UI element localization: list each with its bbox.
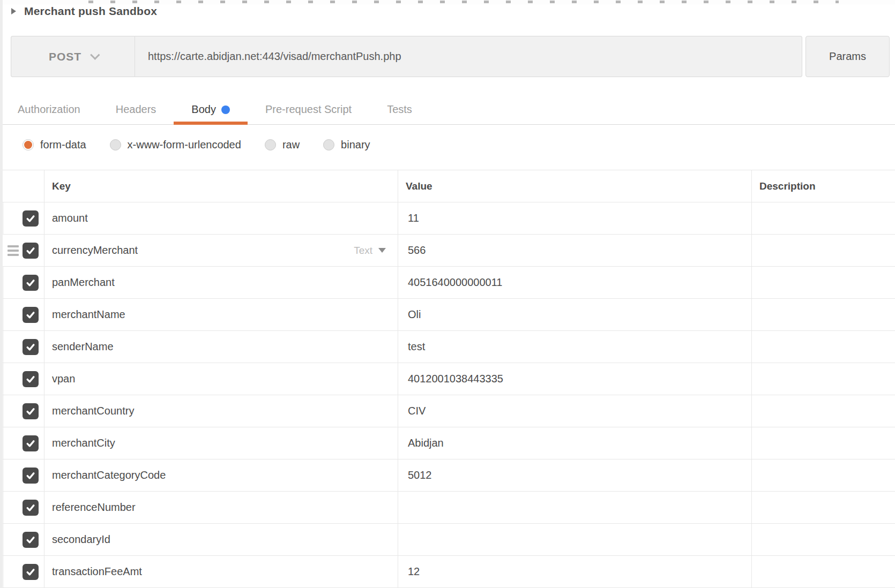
radio-binary[interactable]: binary (323, 139, 370, 151)
value-text: Abidjan (408, 437, 444, 449)
tab-pre-request-script[interactable]: Pre-request Script (248, 95, 369, 124)
description-cell[interactable] (751, 363, 895, 395)
value-cell[interactable]: 5012 (398, 459, 751, 491)
key-cell[interactable]: secondaryId (44, 524, 398, 555)
row-checkbox[interactable] (23, 435, 39, 451)
check-icon (25, 438, 36, 449)
table-row: merchantCountry CIV (0, 395, 895, 427)
clipped-tab-text (88, 1, 839, 3)
key-text: currencyMerchant (52, 244, 138, 257)
params-button[interactable]: Params (805, 36, 890, 77)
value-text: 566 (408, 244, 426, 257)
description-cell[interactable] (751, 427, 895, 459)
row-checkbox[interactable] (23, 243, 39, 259)
key-cell[interactable]: referenceNumber (44, 492, 398, 523)
url-input[interactable]: https://carte.abidjan.net:443/visad/merc… (135, 36, 802, 77)
radio-icon (265, 139, 276, 150)
value-text: test (408, 341, 425, 353)
value-cell[interactable]: test (398, 331, 751, 363)
description-cell[interactable] (751, 492, 895, 523)
description-cell[interactable] (751, 331, 895, 363)
value-cell[interactable]: 566 (398, 235, 751, 266)
value-cell[interactable] (398, 492, 751, 523)
value-text: CIV (408, 405, 426, 417)
key-text: amount (52, 212, 88, 224)
description-cell[interactable] (751, 235, 895, 266)
value-text: 5012 (408, 469, 432, 481)
value-text: Oli (408, 308, 421, 321)
radio-icon (323, 139, 334, 150)
row-checkbox[interactable] (23, 564, 39, 580)
value-cell[interactable] (398, 524, 751, 555)
radio-icon (110, 139, 121, 150)
description-cell[interactable] (751, 202, 895, 234)
drag-handle-icon[interactable] (8, 245, 19, 256)
row-select-cell (0, 556, 44, 587)
description-cell[interactable] (751, 299, 895, 330)
check-icon (25, 502, 36, 513)
column-header-description: Description (751, 170, 895, 202)
value-text: 4012001038443335 (408, 373, 503, 385)
table-header: Key Value Description (0, 170, 895, 202)
row-checkbox[interactable] (23, 403, 39, 419)
description-cell[interactable] (751, 459, 895, 491)
row-checkbox[interactable] (23, 307, 39, 323)
row-checkbox[interactable] (23, 371, 39, 387)
row-select-cell (0, 363, 44, 395)
row-checkbox[interactable] (23, 468, 39, 484)
check-icon (25, 277, 36, 288)
row-checkbox[interactable] (23, 275, 39, 291)
value-cell[interactable]: 4051640000000011 (398, 267, 751, 298)
key-cell[interactable]: merchantName (44, 299, 398, 330)
radio-raw[interactable]: raw (265, 139, 300, 151)
check-icon (25, 406, 36, 417)
check-icon (25, 213, 36, 224)
method-select[interactable]: POST (11, 36, 135, 77)
table-row: merchantName Oli (0, 299, 895, 331)
page-left-edge (0, 0, 3, 588)
value-cell[interactable]: Abidjan (398, 427, 751, 459)
key-cell[interactable]: amount (44, 202, 398, 234)
description-cell[interactable] (751, 524, 895, 555)
key-cell[interactable]: senderName (44, 331, 398, 363)
key-text: merchantCity (52, 437, 115, 449)
value-cell[interactable]: 12 (398, 556, 751, 587)
row-select-cell (0, 331, 44, 363)
radio-form-data[interactable]: form-data (23, 139, 86, 151)
row-checkbox[interactable] (23, 532, 39, 548)
description-cell[interactable] (751, 267, 895, 298)
tab-headers[interactable]: Headers (98, 95, 174, 124)
key-cell[interactable]: vpan (44, 363, 398, 395)
row-checkbox[interactable] (23, 500, 39, 516)
tab-authorization[interactable]: Authorization (0, 95, 98, 124)
key-text: transactionFeeAmt (52, 566, 142, 578)
body-type-options: form-data x-www-form-urlencoded raw bina… (0, 125, 895, 150)
radio-x-www-form-urlencoded[interactable]: x-www-form-urlencoded (110, 139, 241, 151)
key-cell[interactable]: merchantCategoryCode (44, 459, 398, 491)
key-cell[interactable]: merchantCity (44, 427, 398, 459)
tab-tests[interactable]: Tests (369, 95, 430, 124)
value-cell[interactable]: Oli (398, 299, 751, 330)
table-row: senderName test (0, 331, 895, 363)
value-text: 4051640000000011 (408, 276, 502, 289)
value-cell[interactable]: 4012001038443335 (398, 363, 751, 395)
check-icon (25, 342, 36, 352)
request-title-row: Merchant push Sandbox (0, 4, 895, 18)
type-selector[interactable]: Text (354, 245, 386, 257)
key-text: merchantCategoryCode (52, 469, 166, 481)
key-cell[interactable]: transactionFeeAmt (44, 556, 398, 587)
key-cell[interactable]: currencyMerchant Text (44, 235, 398, 266)
collapse-caret-icon[interactable] (11, 8, 16, 14)
request-tabs: Authorization Headers Body Pre-request S… (0, 95, 895, 125)
row-checkbox[interactable] (23, 339, 39, 355)
tab-body[interactable]: Body (174, 95, 248, 124)
value-cell[interactable]: 11 (398, 202, 751, 234)
column-header-spacer (0, 170, 44, 202)
value-cell[interactable]: CIV (398, 395, 751, 427)
description-cell[interactable] (751, 556, 895, 587)
description-cell[interactable] (751, 395, 895, 427)
key-cell[interactable]: merchantCountry (44, 395, 398, 427)
key-cell[interactable]: panMerchant (44, 267, 398, 298)
check-icon (25, 245, 36, 256)
row-checkbox[interactable] (23, 210, 39, 227)
